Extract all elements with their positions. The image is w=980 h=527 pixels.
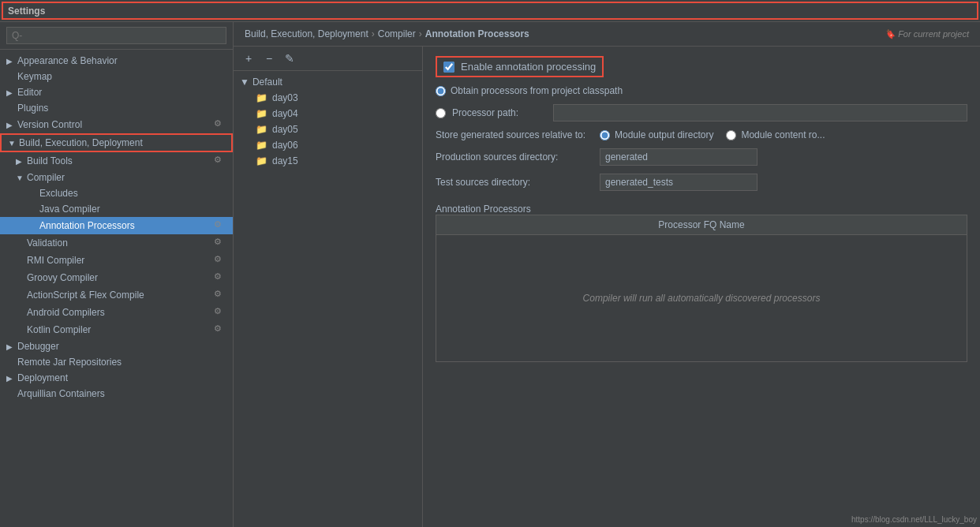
search-input[interactable]: [6, 27, 226, 44]
sidebar-item-keymap[interactable]: ▶ Keymap: [0, 69, 233, 84]
breadcrumb-part-1: Build, Execution, Deployment: [245, 28, 368, 39]
expand-arrow-icon: ▶: [16, 157, 25, 166]
production-sources-row: Production sources directory:: [436, 148, 967, 166]
module-content-label: Module content ro...: [741, 129, 825, 140]
profile-item-day03[interactable]: 📁 day03: [240, 90, 416, 106]
sidebar-item-android-compilers[interactable]: ▶ Android Compilers ⚙: [0, 304, 233, 321]
sidebar-item-plugins[interactable]: ▶ Plugins: [0, 100, 233, 116]
sidebar-item-java-compiler[interactable]: ▶ Java Compiler: [0, 201, 233, 217]
folder-icon: 📁: [256, 108, 267, 119]
sidebar-item-editor[interactable]: ▶ Editor: [0, 84, 233, 100]
sidebar-item-rmi-compiler[interactable]: ▶ RMI Compiler ⚙: [0, 252, 233, 269]
enable-annotation-checkbox[interactable]: [443, 62, 454, 73]
annotation-processors-section-title: Annotation Processors: [436, 204, 967, 215]
sidebar-item-label: ActionScript & Flex Compile: [27, 290, 214, 301]
content-area: Build, Execution, Deployment › Compiler …: [234, 22, 980, 527]
sidebar-item-arquillian[interactable]: ▶ Arquillian Containers: [0, 386, 233, 402]
folder-icon: 📁: [256, 140, 267, 151]
expand-arrow-icon: ▼: [8, 139, 17, 148]
sidebar-item-label: Kotlin Compiler: [27, 324, 214, 335]
sidebar-item-groovy-compiler[interactable]: ▶ Groovy Compiler ⚙: [0, 269, 233, 286]
edit-profile-button[interactable]: ✎: [281, 50, 298, 67]
profile-item-day15[interactable]: 📁 day15: [240, 153, 416, 169]
profile-list: ▼ Default 📁 day03 📁 day04: [234, 71, 422, 527]
test-sources-input[interactable]: [600, 174, 757, 191]
sidebar-item-label: Build Tools: [27, 155, 214, 166]
processor-path-radio[interactable]: [436, 108, 446, 118]
processor-table-empty-message: Compiler will run all automatically disc…: [583, 293, 821, 304]
breadcrumb-project: 🔖 For current project: [885, 29, 969, 39]
sidebar-item-label: Remote Jar Repositories: [17, 357, 226, 368]
sidebar-item-version-control[interactable]: ▶ Version Control ⚙: [0, 116, 233, 133]
sidebar-item-build-exec[interactable]: ▼ Build, Execution, Deployment: [0, 133, 233, 152]
settings-icon: ⚙: [214, 237, 226, 249]
processor-table: Processor FQ Name Compiler will run all …: [436, 215, 967, 362]
profile-item-label: day15: [272, 155, 298, 166]
expand-arrow-icon: ▶: [6, 57, 16, 65]
settings-icon: ⚙: [214, 306, 226, 319]
remove-profile-button[interactable]: −: [260, 50, 278, 67]
sidebar-tree: ▶ Appearance & Behavior ▶ Keymap ▶ Edito…: [0, 50, 233, 527]
module-output-radio[interactable]: [600, 130, 610, 140]
sidebar-item-remote-jar[interactable]: ▶ Remote Jar Repositories: [0, 354, 233, 370]
profile-group-default: ▼ Default 📁 day03 📁 day04: [234, 71, 422, 172]
sidebar-item-kotlin-compiler[interactable]: ▶ Kotlin Compiler ⚙: [0, 321, 233, 338]
settings-icon: ⚙: [214, 271, 226, 284]
expand-arrow-icon: ▶: [6, 121, 16, 129]
sidebar-item-compiler[interactable]: ▼ Compiler: [0, 170, 233, 185]
sidebar-item-build-tools[interactable]: ▶ Build Tools ⚙: [0, 152, 233, 170]
sidebar-item-annotation-processors[interactable]: ▶ Annotation Processors ⚙: [0, 217, 233, 234]
processor-path-label: Processor path:: [452, 107, 547, 118]
profile-group-header[interactable]: ▼ Default: [240, 74, 416, 90]
sidebar-item-label: Version Control: [17, 119, 214, 130]
sidebar-item-appearance[interactable]: ▶ Appearance & Behavior: [0, 53, 233, 69]
profile-pane: + − ✎ ▼ Default 📁 day03: [234, 47, 423, 527]
module-options: Module output directory Module content r…: [600, 129, 825, 140]
test-sources-row: Test sources directory:: [436, 174, 967, 191]
breadcrumb-bar: Build, Execution, Deployment › Compiler …: [234, 22, 980, 47]
profile-item-label: day05: [272, 124, 298, 135]
obtain-processors-row: Obtain processors from project classpath: [436, 85, 967, 96]
settings-icon: ⚙: [214, 289, 226, 301]
expand-arrow-icon: ▼: [16, 174, 25, 182]
profile-item-label: day03: [272, 92, 298, 103]
title-bar: Settings: [0, 0, 980, 22]
add-profile-button[interactable]: +: [240, 50, 257, 67]
sidebar-item-label: Deployment: [17, 372, 226, 383]
profile-item-label: day04: [272, 108, 298, 119]
profile-default-label: Default: [252, 77, 282, 88]
sidebar-item-excludes[interactable]: ▶ Excludes: [0, 185, 233, 201]
sidebar-item-label: RMI Compiler: [27, 255, 214, 266]
obtain-processors-radio[interactable]: [436, 86, 446, 96]
module-content-radio[interactable]: [726, 130, 736, 140]
sidebar-item-deployment[interactable]: ▶ Deployment: [0, 370, 233, 386]
search-box[interactable]: [0, 22, 233, 50]
profile-item-day06[interactable]: 📁 day06: [240, 137, 416, 153]
module-output-row: Module output directory: [600, 129, 713, 140]
profile-item-day04[interactable]: 📁 day04: [240, 106, 416, 121]
enable-annotation-label: Enable annotation processing: [461, 61, 596, 73]
sidebar-item-validation[interactable]: ▶ Validation ⚙: [0, 234, 233, 252]
settings-icon: ⚙: [214, 118, 226, 131]
sidebar-item-label: Groovy Compiler: [27, 272, 214, 283]
obtain-processors-label: Obtain processors from project classpath: [451, 85, 623, 96]
breadcrumb-separator-2: ›: [419, 28, 422, 39]
breadcrumb-part-2: Compiler: [378, 28, 416, 39]
sidebar-item-label: Keymap: [17, 71, 226, 82]
expand-arrow-icon: ▶: [6, 374, 16, 383]
sidebar-item-actionscript[interactable]: ▶ ActionScript & Flex Compile ⚙: [0, 286, 233, 304]
sidebar-item-debugger[interactable]: ▶ Debugger: [0, 338, 233, 354]
watermark: https://blog.csdn.net/LLL_lucky_boy: [851, 515, 977, 524]
sidebar-item-label: Android Compilers: [27, 307, 214, 318]
production-sources-input[interactable]: [600, 148, 757, 166]
main-layout: ▶ Appearance & Behavior ▶ Keymap ▶ Edito…: [0, 22, 980, 527]
sidebar-item-label: Validation: [27, 237, 214, 249]
processor-table-header: Processor FQ Name: [436, 215, 967, 235]
annotation-processors-section: Annotation Processors Processor FQ Name …: [436, 199, 967, 362]
breadcrumb-separator-1: ›: [372, 28, 375, 39]
processor-path-input[interactable]: [553, 104, 967, 121]
settings-icon: ⚙: [214, 254, 226, 267]
profile-item-day05[interactable]: 📁 day05: [240, 121, 416, 137]
settings-icon: ⚙: [214, 155, 226, 167]
settings-icon: ⚙: [214, 219, 226, 232]
